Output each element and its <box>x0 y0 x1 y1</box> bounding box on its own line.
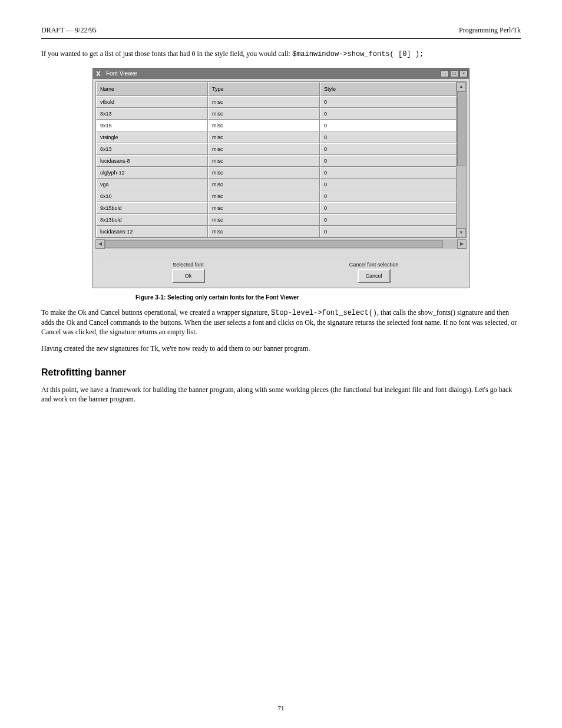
cell-style: 0 <box>320 131 457 143</box>
table-row[interactable]: lucidasans-12misc0 <box>96 226 457 238</box>
cell-name: lucidasans-12 <box>96 226 208 238</box>
cell-style: 0 <box>320 202 457 214</box>
page-number: 71 <box>0 704 562 711</box>
close-button[interactable]: × <box>459 70 468 77</box>
cell-style: 0 <box>320 108 457 120</box>
cell-type: misc <box>208 214 320 226</box>
cell-name: vtsingle <box>96 131 208 143</box>
table-row[interactable]: 6x13misc0 <box>96 143 457 155</box>
cell-style: 0 <box>320 155 457 167</box>
cell-type: misc <box>208 108 320 120</box>
table-row[interactable]: 9x15boldmisc0 <box>96 202 457 214</box>
cell-type: misc <box>208 155 320 167</box>
header-left: DRAFT — 9/22/95 <box>41 26 97 35</box>
scroll-up-icon[interactable]: ▲ <box>457 82 466 91</box>
hscroll-thumb[interactable] <box>105 240 443 248</box>
cell-name: 8x13bold <box>96 214 208 226</box>
cell-style: 0 <box>320 143 457 155</box>
body-text: To make the Ok and Cancel buttons operat… <box>41 308 521 404</box>
cell-type: misc <box>208 226 320 238</box>
cell-type: misc <box>208 179 320 190</box>
cell-name: 8x13 <box>96 108 208 120</box>
table-row[interactable]: lucidasans-8misc0 <box>96 155 457 167</box>
scroll-thumb[interactable] <box>457 91 465 167</box>
table-row[interactable]: vtsinglemisc0 <box>96 131 457 143</box>
col-style[interactable]: Style <box>320 82 457 96</box>
maximize-button[interactable]: □ <box>450 70 458 77</box>
table-row[interactable]: 8x13boldmisc0 <box>96 214 457 226</box>
page-header: DRAFT — 9/22/95 Programming Perl/Tk <box>41 26 521 39</box>
font-viewer-window: X Font Viewer – □ × Name Type Style vtbo… <box>92 68 470 288</box>
cell-type: misc <box>208 131 320 143</box>
scroll-down-icon[interactable]: ▼ <box>457 228 466 238</box>
titlebar[interactable]: X Font Viewer – □ × <box>93 68 469 79</box>
table-row[interactable]: vtboldmisc0 <box>96 96 457 108</box>
cancel-button[interactable]: Cancel <box>358 269 391 283</box>
col-type[interactable]: Type <box>208 82 320 96</box>
horizontal-scrollbar[interactable]: ◀ ▶ <box>95 239 467 249</box>
table-row[interactable]: 9x15misc0 <box>96 120 457 131</box>
minimize-button[interactable]: – <box>441 70 449 77</box>
cell-style: 0 <box>320 214 457 226</box>
cell-name: vga <box>96 179 208 190</box>
cell-type: misc <box>208 167 320 179</box>
figure-caption: Figure 3-1: Selecting only certain fonts… <box>135 294 521 301</box>
app-icon: X <box>94 70 103 78</box>
table-row[interactable]: olglyph-12misc0 <box>96 167 457 179</box>
cell-name: lucidasans-8 <box>96 155 208 167</box>
cancel-caption: Cancel font selection <box>349 262 399 268</box>
cell-style: 0 <box>320 167 457 179</box>
inline-code: $top-level->font_select() <box>271 309 377 317</box>
scroll-right-icon[interactable]: ▶ <box>457 239 467 249</box>
table-row[interactable]: 6x10misc0 <box>96 190 457 202</box>
table-header: Name Type Style <box>96 82 457 96</box>
cell-style: 0 <box>320 179 457 190</box>
separator <box>100 257 462 258</box>
font-table: Name Type Style vtboldmisc08x13misc09x15… <box>95 81 467 238</box>
header-right: Programming Perl/Tk <box>459 26 521 35</box>
col-name[interactable]: Name <box>96 82 208 96</box>
cell-style: 0 <box>320 190 457 202</box>
cell-name: 9x15 <box>96 120 208 131</box>
cell-type: misc <box>208 120 320 131</box>
section-heading: Retrofitting banner <box>41 366 521 379</box>
cell-type: misc <box>208 202 320 214</box>
cell-name: 9x15bold <box>96 202 208 214</box>
cell-style: 0 <box>320 226 457 238</box>
table-row[interactable]: 8x13misc0 <box>96 108 457 120</box>
window-title: Font Viewer <box>103 70 439 77</box>
cell-type: misc <box>208 143 320 155</box>
ok-button[interactable]: Ok <box>172 269 205 283</box>
cell-name: 6x13 <box>96 143 208 155</box>
ok-caption: Selected font <box>173 262 204 268</box>
vertical-scrollbar[interactable]: ▲ ▼ <box>457 82 466 238</box>
cell-type: misc <box>208 96 320 108</box>
table-row[interactable]: vgamisc0 <box>96 179 457 190</box>
cell-type: misc <box>208 190 320 202</box>
scroll-left-icon[interactable]: ◀ <box>95 239 105 249</box>
intro-text: If you wanted to get a list of just thos… <box>41 50 521 60</box>
intro-code: $mainwindow->show_fonts( [0] ); <box>292 50 424 58</box>
cell-style: 0 <box>320 96 457 108</box>
cell-name: vtbold <box>96 96 208 108</box>
cell-name: olglyph-12 <box>96 167 208 179</box>
cell-style: 0 <box>320 120 457 131</box>
cell-name: 6x10 <box>96 190 208 202</box>
